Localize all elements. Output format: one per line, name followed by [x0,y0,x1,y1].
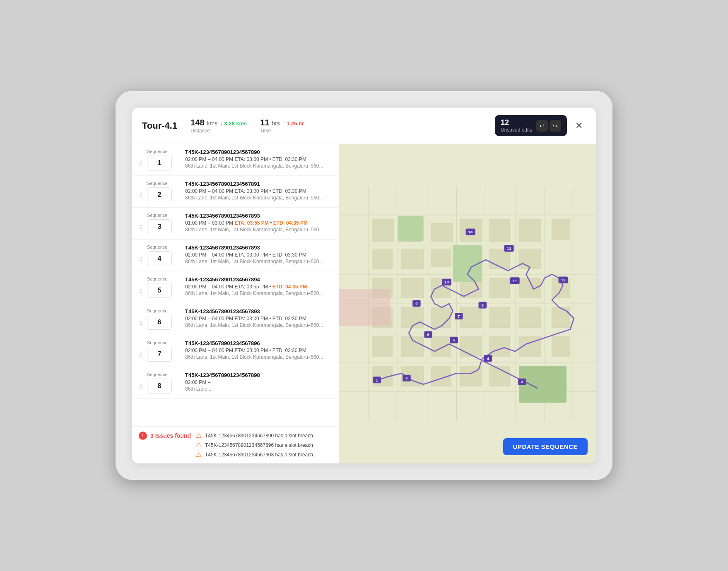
sequence-item: ⠿ Sequence 5 T45K-12345678901234567894 0… [132,271,339,303]
item-time: 02:00 PM – [185,379,332,385]
drag-handle[interactable]: ⠿ [139,308,142,326]
item-time: 01:00 PM – 03:00 PM ETA: 03:55 PM • ETD:… [185,220,332,226]
sequence-box: Sequence 7 [147,340,180,362]
item-time: 02:00 PM – 04:00 PM ETA: 03:00 PM • ETD:… [185,316,332,321]
sequence-box: Sequence 2 [147,181,180,202]
item-details: T45K-12345678901234567893 02:00 PM – 04:… [185,308,332,328]
drag-handle[interactable]: ⠿ [139,213,142,231]
svg-rect-16 [372,219,394,241]
item-address: 86th Lane, 1st Main, 1st Block Koramanga… [185,322,332,328]
sequence-number: 3 [147,219,172,234]
svg-rect-20 [402,249,424,269]
item-address: 86th Lane, 1st Main, 1st Block Koramanga… [185,195,332,201]
redo-button[interactable]: ↪ [550,120,561,132]
svg-rect-38 [431,307,451,328]
drag-handle[interactable]: ⠿ [139,245,142,263]
item-address: 86th Lane, 1st Main, 1st Block Koramanga… [185,227,332,233]
sequence-label: Sequence [147,340,168,345]
issue-text: T45K-12345678901234567890 has a slot bre… [205,433,313,439]
sequence-item: ⠿ Sequence 1 T45K-12345678901234567890 0… [132,144,339,176]
issue-item: ⚠T45K-12345678901234567890 has a slot br… [196,432,332,439]
time-unit: hrs [272,120,280,127]
sequence-number: 5 [147,283,172,298]
svg-rect-18 [431,223,453,241]
item-address: 86th Lane, 1st Main, 1st Block Koramanga… [185,290,332,296]
item-details: T45K-12345678901234567890 02:00 PM – 04:… [185,149,332,169]
issue-item: ⚠T45K-12345678901234567903 has a slot br… [196,451,332,458]
drag-handle[interactable]: ⠿ [139,276,142,295]
item-details: T45K-12345678901234567893 01:00 PM – 03:… [185,213,332,233]
sequence-number: 2 [147,187,172,202]
sequence-number: 6 [147,315,172,330]
svg-text:11: 11 [513,278,517,283]
svg-rect-47 [489,337,510,357]
drag-handle[interactable]: ⠿ [139,181,142,199]
svg-rect-43 [372,337,393,357]
svg-text:13: 13 [507,246,511,251]
app-container: Tour-4.1 148 kms ↓ 3.28 kms Distance 11 … [132,108,596,463]
svg-rect-27 [489,249,510,269]
device-shell: Tour-4.1 148 kms ↓ 3.28 kms Distance 11 … [116,91,612,480]
sequence-item: ⠿ Sequence 7 T45K-12345678901234567896 0… [132,335,339,367]
map-area: 1 2 3 4 5 [339,144,596,463]
item-details: T45K-12345678901234567891 02:00 PM – 04:… [185,181,332,201]
item-id: T45K-12345678901234567891 [185,181,332,187]
item-id: T45K-12345678901234567898 [185,372,332,378]
svg-rect-19 [372,249,393,269]
undo-button[interactable]: ↩ [536,120,548,132]
issue-text: T45K-12345678901234567896 has a slot bre… [205,442,313,448]
sequence-label: Sequence [147,276,168,281]
sequence-item: ⠿ Sequence 8 T45K-12345678901234567898 0… [132,367,339,399]
header-right: 12 Unsaved edits ↩ ↪ ✕ [495,115,586,136]
item-id: T45K-12345678901234567894 [185,276,332,283]
unsaved-badge: 12 Unsaved edits ↩ ↪ [495,115,567,136]
update-sequence-button[interactable]: UPDATE SEQUENCE [503,438,588,455]
item-address: 86th Lane, 1st Main, 1st Block Koramanga… [185,259,332,264]
left-panel: ⠿ Sequence 1 T45K-12345678901234567890 0… [132,144,339,463]
sequence-box: Sequence 8 [147,372,180,393]
item-time: 02:00 PM – 04:00 PM ETA: 03:55 PM • ETD:… [185,284,332,290]
item-details: T45K-12345678901234567898 02:00 PM – 86t… [185,372,332,392]
svg-rect-37 [402,307,424,328]
issue-text: T45K-12345678901234567903 has a slot bre… [205,452,313,458]
sequence-label: Sequence [147,213,168,218]
header: Tour-4.1 148 kms ↓ 3.28 kms Distance 11 … [132,108,596,144]
svg-text:3: 3 [521,379,523,384]
svg-rect-39 [460,307,482,328]
drag-handle[interactable]: ⠿ [139,372,142,390]
update-button-container: UPDATE SEQUENCE [503,438,588,455]
item-address: 86th Lane, 1st Main, 1st Block Koramanga… [185,163,332,169]
item-id: T45K-12345678901234567893 [185,308,332,314]
drag-handle[interactable]: ⠿ [139,340,142,358]
sequence-box: Sequence 6 [147,308,180,330]
close-button[interactable]: ✕ [572,119,586,133]
distance-label: Distance [190,128,247,134]
item-address: 86th Lane, 1st Main, 1st Block Koramanga… [185,354,332,360]
svg-rect-45 [431,337,451,357]
issues-badge: ! 3 Issues found [139,432,191,440]
svg-rect-42 [552,307,570,328]
sequence-box: Sequence 1 [147,149,180,170]
svg-text:14: 14 [468,230,473,234]
sequence-label: Sequence [147,372,168,377]
main-content: ⠿ Sequence 1 T45K-12345678901234567890 0… [132,144,596,463]
svg-text:12: 12 [561,278,566,282]
time-value: 11 [260,118,269,127]
item-id: T45K-12345678901234567893 [185,245,332,251]
svg-rect-21 [431,249,451,267]
issue-warning-icon: ⚠ [196,451,202,458]
item-time: 02:00 PM – 04:00 PM ETA: 03:00 PM • ETD:… [185,348,332,353]
item-time: 02:00 PM – 04:00 PM ETA: 03:00 PM • ETD:… [185,252,332,258]
distance-stat: 148 kms ↓ 3.28 kms Distance [190,118,247,134]
unsaved-count: 12 [501,118,532,127]
svg-text:2: 2 [405,376,408,380]
issues-count: 3 Issues found [150,432,191,439]
drag-handle[interactable]: ⠿ [139,149,142,167]
map-panel: 1 2 3 4 5 [339,144,596,463]
sequence-box: Sequence 3 [147,213,180,234]
time-delta: ↑ 1.25 hr [282,120,304,127]
issues-list: ⚠T45K-12345678901234567890 has a slot br… [196,432,332,458]
sequence-item: ⠿ Sequence 4 T45K-12345678901234567893 0… [132,240,339,271]
svg-text:7: 7 [458,314,460,319]
sequence-number: 8 [147,379,172,393]
